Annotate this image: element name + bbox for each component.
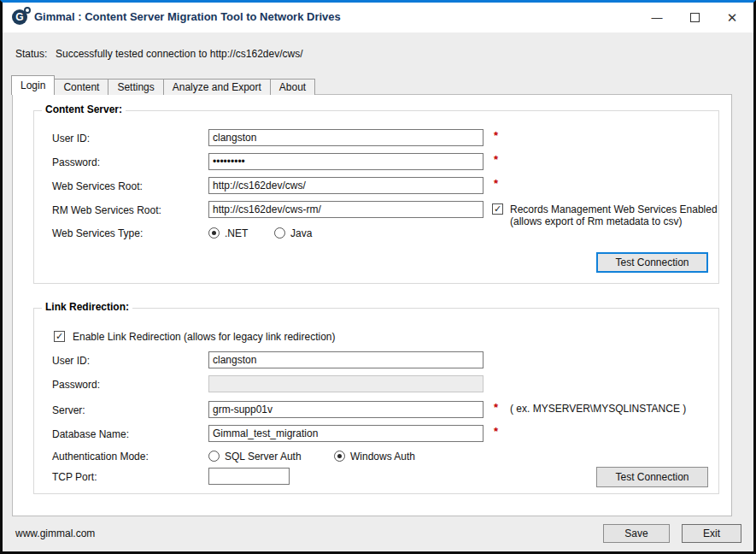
lr-tcp-port-input[interactable] — [208, 468, 290, 485]
maximize-square — [690, 13, 700, 22]
tab-about[interactable]: About — [270, 79, 315, 95]
tab-content[interactable]: Content — [54, 79, 108, 95]
rm-enabled-label-line2: (allows export of Rm metadata to csv) — [510, 215, 682, 227]
lr-password-label: Password: — [52, 379, 100, 391]
status-label: Status: — [15, 48, 47, 60]
link-redirection-group-title: Link Redirection: — [42, 301, 132, 313]
tab-strip: Login Content Settings Analyze and Expor… — [11, 75, 314, 95]
status-message: Successfully tested connection to http:/… — [56, 48, 303, 60]
cs-password-input[interactable] — [208, 153, 483, 170]
radio-windows-auth-label: Windows Auth — [350, 451, 415, 463]
title-bar: G Gimmal : Content Server Migration Tool… — [3, 3, 753, 32]
maximize-icon[interactable] — [677, 3, 712, 32]
gimmal-website-link: www.gimmal.com — [15, 527, 95, 539]
lr-password-input — [208, 375, 483, 392]
rm-enabled-checkbox[interactable]: ✓ — [492, 203, 503, 215]
cs-password-label: Password: — [52, 156, 100, 168]
cs-test-connection-button[interactable]: Test Connection — [596, 252, 708, 273]
tab-login[interactable]: Login — [11, 75, 55, 95]
lr-tcp-port-label: TCP Port: — [52, 471, 97, 483]
cs-user-id-required-marker: * — [494, 129, 498, 142]
tab-analyze-and-export[interactable]: Analyze and Export — [163, 79, 271, 95]
radio-windows-auth[interactable] — [334, 451, 345, 462]
lr-server-input[interactable] — [208, 401, 483, 418]
window-title: Gimmal : Content Server Migration Tool t… — [34, 10, 341, 23]
tab-settings[interactable]: Settings — [108, 79, 163, 95]
close-icon[interactable]: ✕ — [714, 3, 750, 32]
lr-server-hint: ( ex. MYSERVER\MYSQLINSTANCE ) — [510, 403, 686, 415]
lr-user-id-input[interactable] — [208, 351, 483, 368]
cs-rm-web-services-root-input[interactable] — [208, 201, 483, 218]
lr-database-name-label: Database Name: — [52, 428, 129, 440]
enable-link-redirection-checkbox[interactable]: ✓ — [54, 331, 65, 342]
lr-database-name-input[interactable] — [208, 425, 483, 442]
radio-java-label: Java — [290, 227, 312, 239]
footer: www.gimmal.com Save Exit — [3, 516, 753, 551]
lr-server-label: Server: — [52, 404, 85, 416]
cs-web-services-root-label: Web Services Root: — [52, 180, 143, 192]
radio-sql-server-auth[interactable] — [208, 451, 220, 462]
cs-rm-web-services-root-label: RM Web Services Root: — [52, 204, 161, 216]
lr-database-name-required-marker: * — [494, 425, 498, 438]
lr-test-connection-button[interactable]: Test Connection — [596, 467, 708, 487]
exit-button[interactable]: Exit — [682, 524, 741, 543]
enable-link-redirection-label: Enable Link Redirection (allows for lega… — [73, 331, 335, 343]
status-bar: Status: Successfully tested connection t… — [3, 32, 753, 75]
save-button[interactable]: Save — [603, 524, 670, 543]
lr-server-required-marker: * — [494, 401, 498, 414]
cs-web-services-type-label: Web Services Type: — [52, 227, 143, 239]
radio-dotnet[interactable] — [208, 227, 220, 239]
content-server-group-title: Content Server: — [42, 103, 126, 115]
cs-web-services-root-required-marker: * — [494, 177, 498, 190]
radio-dotnet-label: .NET — [225, 227, 248, 239]
lr-user-id-label: User ID: — [52, 355, 90, 367]
minimize-icon[interactable]: — — [639, 3, 675, 32]
cs-web-services-root-input[interactable] — [208, 177, 483, 194]
gimmal-logo-icon: G — [12, 9, 27, 25]
cs-password-required-marker: * — [494, 153, 498, 166]
app-window: G Gimmal : Content Server Migration Tool… — [0, 0, 756, 554]
cs-user-id-input[interactable] — [208, 129, 483, 146]
rm-enabled-label-line1: Records Management Web Services Enabled — [510, 203, 718, 215]
cs-user-id-label: User ID: — [52, 133, 90, 144]
radio-sql-server-auth-label: SQL Server Auth — [225, 451, 302, 463]
lr-authentication-mode-label: Authentication Mode: — [52, 451, 149, 463]
login-tab-page: Content Server: User ID: * Password: * W… — [12, 94, 732, 516]
radio-java[interactable] — [274, 227, 285, 239]
